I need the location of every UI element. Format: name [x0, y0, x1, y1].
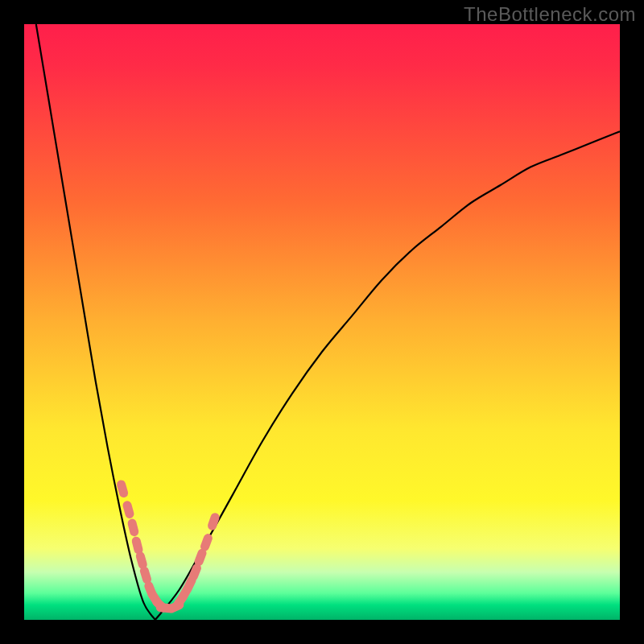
plot-area	[24, 24, 620, 620]
svg-rect-0	[24, 24, 620, 620]
chart-frame: TheBottleneck.com	[0, 0, 644, 644]
watermark-text: TheBottleneck.com	[464, 3, 636, 26]
plot-background-gradient	[24, 24, 620, 620]
